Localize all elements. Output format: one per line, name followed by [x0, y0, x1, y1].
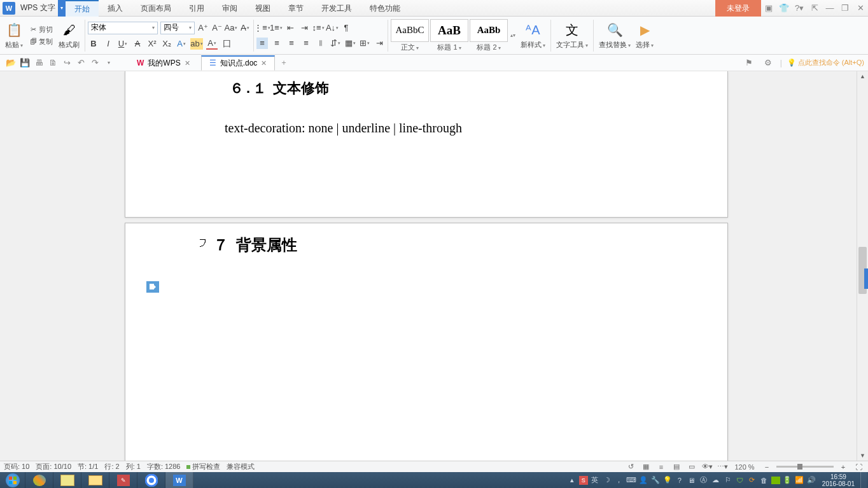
tray-refresh-icon[interactable]: ⟳	[747, 475, 757, 485]
distribute-button[interactable]: ⫴	[315, 38, 326, 49]
close-tab-icon[interactable]: ✕	[261, 59, 267, 67]
status-pages[interactable]: 页面: 10/10	[36, 462, 71, 471]
highlight-button[interactable]: ab	[190, 38, 203, 50]
shirt-icon[interactable]: 👕	[776, 0, 792, 17]
bullets-button[interactable]: ⋮≡	[256, 22, 268, 34]
scroll-up-icon[interactable]: ▲	[857, 71, 868, 81]
tray-help-icon[interactable]: ?	[675, 475, 685, 485]
side-tab-handle[interactable]	[864, 268, 868, 289]
tray-cloud-icon[interactable]: ☁	[711, 475, 721, 485]
undo-icon[interactable]: ↶	[74, 57, 87, 69]
change-case-icon[interactable]: Aa	[225, 22, 237, 34]
taskbar-explorer[interactable]	[81, 472, 109, 488]
status-words[interactable]: 字数: 1286	[147, 462, 181, 471]
italic-button[interactable]: I	[102, 38, 114, 50]
save-icon[interactable]: 💾	[18, 57, 31, 69]
new-style-group[interactable]: ᴬA 新样式	[518, 21, 548, 50]
view-outline-icon[interactable]: ≡	[655, 463, 667, 471]
line-spacing-button[interactable]: ↕≡	[312, 22, 324, 34]
taskbar-clock[interactable]: 16:59 2016-08-01	[818, 473, 858, 487]
tab-button[interactable]: ⇥	[374, 38, 385, 49]
menu-tab-review[interactable]: 审阅	[213, 0, 246, 17]
copy-button[interactable]: 🗐复制	[27, 36, 55, 47]
style-h1[interactable]: AaB标题 1	[430, 19, 468, 52]
taskbar-chrome[interactable]	[137, 472, 165, 488]
style-expand[interactable]: ▴▾	[509, 31, 518, 39]
zoom-out-button[interactable]: −	[761, 463, 773, 471]
menu-tab-view[interactable]: 视图	[246, 0, 279, 17]
flag-icon[interactable]: ⚑	[743, 57, 755, 69]
tray-shield-icon[interactable]: 🛡	[735, 475, 745, 485]
menu-tab-insert[interactable]: 插入	[99, 0, 132, 17]
strike-button[interactable]: A	[132, 38, 143, 50]
shrink-font-icon[interactable]: A⁻	[211, 22, 223, 34]
grow-font-icon[interactable]: A⁺	[197, 22, 209, 34]
open-icon[interactable]: 📂	[4, 57, 17, 69]
align-left-button[interactable]: ≡	[256, 38, 268, 49]
menu-tab-start[interactable]: 开始	[66, 0, 99, 17]
tray-nvidia-icon[interactable]	[771, 477, 780, 484]
print-icon[interactable]: 🖶	[32, 57, 45, 69]
view-print-icon[interactable]: ▦	[640, 463, 652, 471]
tray-flag-icon[interactable]: ⚐	[723, 475, 733, 485]
tray-a-icon[interactable]: Ⓐ	[699, 475, 709, 485]
tray-expand-icon[interactable]: ▴	[567, 475, 577, 485]
eye-icon[interactable]: 👁▾	[701, 463, 713, 471]
tray-ime-icon[interactable]: 英	[590, 475, 600, 485]
scroll-down-icon[interactable]: ▼	[857, 450, 868, 461]
vertical-scrollbar[interactable]: ▲ ▼	[857, 71, 868, 461]
sort-button[interactable]: A↓	[326, 22, 338, 34]
export-icon[interactable]: ↪	[60, 57, 73, 69]
tray-bulb-icon[interactable]: 💡	[662, 475, 673, 485]
preview-icon[interactable]: 🗎	[46, 57, 59, 69]
taskbar-app-1[interactable]	[25, 472, 53, 488]
menu-tab-feature[interactable]: 特色功能	[361, 0, 409, 17]
align-justify-button[interactable]: ≡	[300, 38, 312, 49]
doc-tab-mywps[interactable]: W 我的WPS ✕	[129, 55, 199, 71]
text-tools-group[interactable]: 文 文字工具	[554, 21, 591, 50]
tray-moon-icon[interactable]: ☽	[602, 475, 612, 485]
font-size-select[interactable]: 四号▾	[160, 22, 195, 34]
settings-icon[interactable]: ⚙	[762, 57, 774, 69]
start-button[interactable]	[0, 472, 25, 488]
menu-tab-devtools[interactable]: 开发工具	[312, 0, 361, 17]
align-center-button[interactable]: ≡	[271, 38, 283, 49]
tray-sogou-icon[interactable]: S	[579, 476, 588, 485]
popout-icon[interactable]: ⇱	[807, 0, 822, 17]
tray-trash-icon[interactable]: 🗑	[759, 475, 769, 485]
show-desktop-button[interactable]	[860, 472, 867, 488]
tray-volume-icon[interactable]: 🔊	[806, 475, 816, 485]
tray-monitor-icon[interactable]: 🖥	[687, 475, 697, 485]
taskbar-app-2[interactable]	[53, 472, 81, 488]
underline-button[interactable]: U	[117, 38, 129, 50]
indent-dec-button[interactable]: ⇤	[284, 22, 296, 34]
taskbar-wps-active[interactable]: W	[165, 472, 193, 488]
paragraph-handle-icon[interactable]	[146, 281, 159, 293]
find-replace-group[interactable]: 🔍 查找替换	[596, 21, 633, 50]
view-read-icon[interactable]: ▭	[686, 463, 697, 471]
doc-tab-document[interactable]: ☰ 知识点.doc ✕	[201, 55, 276, 71]
view-web-icon[interactable]: ▤	[671, 463, 682, 471]
zoom-slider[interactable]	[776, 466, 834, 468]
minimize-icon[interactable]: —	[822, 0, 837, 17]
show-marks-button[interactable]: ¶	[340, 22, 352, 34]
format-painter-label[interactable]: 格式刷	[59, 40, 80, 50]
style-normal[interactable]: AaBbC正文	[391, 19, 429, 52]
status-spellcheck[interactable]: 拼写检查	[186, 462, 220, 471]
redo-icon[interactable]: ↷	[88, 57, 101, 69]
font-name-select[interactable]: 宋体▾	[88, 22, 158, 34]
add-tab-button[interactable]: ＋	[277, 55, 290, 71]
font-color-button[interactable]: A	[206, 38, 218, 50]
text-effect-button[interactable]: A	[176, 38, 187, 50]
status-page-no[interactable]: 页码: 10	[4, 462, 29, 471]
cut-button[interactable]: ✂剪切	[27, 24, 55, 35]
tray-network-icon[interactable]: 📶	[794, 475, 804, 485]
menu-tab-references[interactable]: 引用	[180, 0, 213, 17]
indent-inc-button[interactable]: ⇥	[298, 22, 310, 34]
subscript-button[interactable]: X₂	[161, 38, 172, 50]
brush-icon[interactable]: 🖌	[60, 21, 78, 39]
zoom-in-button[interactable]: +	[837, 463, 849, 471]
tray-battery-icon[interactable]: 🔋	[782, 475, 792, 485]
char-border-button[interactable]: 囗	[221, 38, 232, 50]
shading-button[interactable]: ▦	[344, 38, 356, 49]
